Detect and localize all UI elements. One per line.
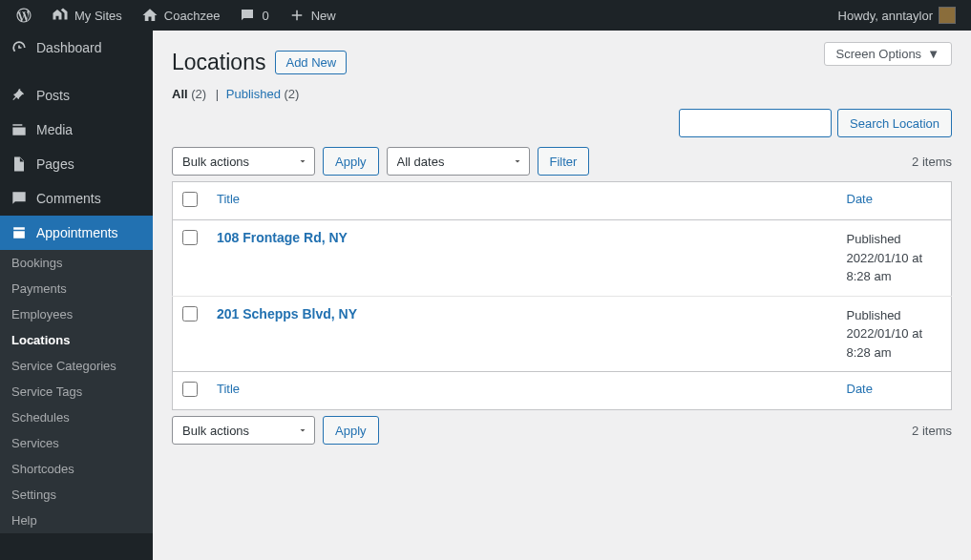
pin-icon	[10, 86, 29, 105]
status-filters: All (2) | Published (2)	[172, 87, 952, 101]
plus-icon	[288, 7, 306, 24]
avatar	[939, 7, 956, 24]
submenu-locations[interactable]: Locations	[0, 327, 153, 353]
new-link[interactable]: New	[281, 0, 344, 31]
col-date-footer[interactable]: Date	[847, 382, 873, 396]
page-title: Locations	[172, 50, 265, 75]
items-count-bottom: 2 items	[912, 424, 952, 438]
row-status: Published	[847, 308, 901, 322]
menu-label: Posts	[36, 88, 70, 103]
row-title-link[interactable]: 201 Schepps Blvd, NY	[217, 306, 357, 321]
select-all-checkbox[interactable]	[182, 192, 198, 207]
filter-all-count: (2)	[191, 87, 206, 101]
apply-button-bottom[interactable]: Apply	[323, 416, 379, 445]
bulk-actions-select[interactable]: Bulk actions	[172, 147, 315, 176]
filter-button[interactable]: Filter	[538, 147, 590, 176]
submenu-schedules[interactable]: Schedules	[0, 404, 153, 430]
menu-label: Pages	[36, 156, 74, 172]
filter-separator: |	[216, 87, 219, 101]
admin-bar-left: My Sites Coachzee 0 New	[8, 0, 344, 31]
menu-media[interactable]: Media	[0, 113, 153, 147]
apply-button[interactable]: Apply	[323, 147, 379, 176]
filter-published[interactable]: Published	[226, 87, 281, 101]
main-content: Screen Options ▼ Locations Add New All (…	[153, 31, 971, 560]
submenu-help[interactable]: Help	[0, 508, 153, 533]
date-filter-select[interactable]: All dates	[387, 147, 530, 176]
menu-label: Media	[36, 122, 73, 137]
screen-options-label: Screen Options	[836, 47, 922, 61]
row-checkbox[interactable]	[182, 230, 198, 245]
submenu-appointments: Bookings Payments Employees Locations Se…	[0, 250, 153, 533]
row-checkbox[interactable]	[182, 306, 198, 321]
col-date-header[interactable]: Date	[847, 192, 873, 206]
account-link[interactable]: Howdy, anntaylor	[831, 0, 963, 31]
search-input[interactable]	[679, 109, 832, 137]
search-box: Search Location	[172, 109, 952, 137]
menu-dashboard[interactable]: Dashboard	[0, 31, 153, 65]
menu-label: Dashboard	[36, 40, 102, 55]
home-multi-icon	[52, 7, 69, 24]
comments-link[interactable]: 0	[231, 0, 276, 31]
my-sites-link[interactable]: My Sites	[44, 0, 130, 31]
filter-published-count: (2)	[285, 87, 300, 101]
submenu-services[interactable]: Services	[0, 430, 153, 456]
pages-icon	[10, 155, 29, 174]
items-count-top: 2 items	[912, 155, 952, 169]
comments-count: 0	[262, 9, 268, 23]
menu-label: Appointments	[36, 225, 118, 240]
comment-icon	[239, 7, 256, 24]
search-button[interactable]: Search Location	[837, 109, 952, 137]
add-new-button[interactable]: Add New	[275, 51, 347, 74]
dashboard-icon	[10, 38, 29, 57]
tablenav-top: Bulk actions Apply All dates Filter 2 it…	[172, 141, 952, 181]
screen-options-toggle[interactable]: Screen Options ▼	[824, 42, 952, 66]
col-title-footer[interactable]: Title	[217, 382, 240, 396]
menu-posts[interactable]: Posts	[0, 78, 153, 113]
chevron-down-icon: ▼	[927, 47, 939, 61]
admin-bar: My Sites Coachzee 0 New Howdy, anntaylor	[0, 0, 971, 31]
media-icon	[10, 120, 29, 139]
menu-pages[interactable]: Pages	[0, 147, 153, 181]
submenu-employees[interactable]: Employees	[0, 301, 153, 327]
menu-comments[interactable]: Comments	[0, 181, 153, 216]
greeting-label: Howdy, anntaylor	[838, 9, 933, 23]
filter-all[interactable]: All	[172, 87, 188, 101]
home-icon	[141, 7, 158, 24]
comment-icon	[10, 189, 29, 208]
submenu-service-categories[interactable]: Service Categories	[0, 353, 153, 379]
bulk-actions-select-bottom[interactable]: Bulk actions	[172, 416, 315, 445]
my-sites-label: My Sites	[74, 9, 122, 23]
submenu-payments[interactable]: Payments	[0, 276, 153, 301]
admin-bar-right: Howdy, anntaylor	[831, 0, 963, 31]
new-label: New	[311, 9, 336, 23]
row-date: 2022/01/10 at 8:28 am	[847, 326, 923, 360]
select-all-checkbox-bottom[interactable]	[182, 382, 198, 397]
locations-table: Title Date 108 Frontage Rd, NY Published…	[172, 181, 952, 410]
menu-appointments[interactable]: Appointments	[0, 216, 153, 250]
submenu-bookings[interactable]: Bookings	[0, 250, 153, 276]
submenu-service-tags[interactable]: Service Tags	[0, 379, 153, 404]
row-title-link[interactable]: 108 Frontage Rd, NY	[217, 230, 348, 245]
tablenav-bottom: Bulk actions Apply 2 items	[172, 410, 952, 450]
wordpress-icon	[15, 7, 32, 24]
wp-logo[interactable]	[8, 0, 40, 31]
row-date: 2022/01/10 at 8:28 am	[847, 251, 923, 284]
row-status: Published	[847, 232, 901, 246]
table-row: 108 Frontage Rd, NY Published 2022/01/10…	[173, 220, 952, 297]
calendar-icon	[10, 223, 29, 242]
submenu-settings[interactable]: Settings	[0, 482, 153, 508]
col-title-header[interactable]: Title	[217, 192, 240, 206]
admin-sidebar: Dashboard Posts Media Pages Comments App…	[0, 31, 153, 560]
site-name-label: Coachzee	[164, 9, 221, 23]
table-row: 201 Schepps Blvd, NY Published 2022/01/1…	[173, 296, 952, 372]
submenu-shortcodes[interactable]: Shortcodes	[0, 456, 153, 482]
site-name-link[interactable]: Coachzee	[134, 0, 228, 31]
menu-label: Comments	[36, 191, 101, 206]
